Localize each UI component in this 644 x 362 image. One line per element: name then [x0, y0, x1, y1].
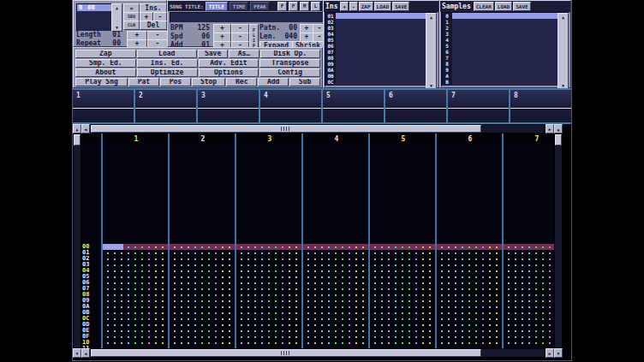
main-button-ins-ed[interactable]: Ins. Ed.: [137, 59, 198, 68]
pattern-channel-header-4[interactable]: 4: [303, 135, 370, 143]
pattern-cell[interactable]: [303, 298, 370, 304]
pattern-cell[interactable]: [437, 286, 504, 292]
instrument-row[interactable]: 05: [325, 37, 437, 43]
pattern-cell[interactable]: [504, 244, 554, 250]
pattern-cell[interactable]: [437, 292, 504, 298]
len-plus-button[interactable]: +: [300, 33, 313, 42]
main-button-disk-op[interactable]: Disk Op.: [260, 50, 321, 58]
pattern-cell[interactable]: [103, 310, 170, 316]
pattern-cell[interactable]: [103, 280, 170, 286]
pattern-cell[interactable]: [303, 286, 370, 292]
main-button-save[interactable]: Save: [198, 50, 228, 58]
scrollbar-thumb[interactable]: [112, 11, 122, 24]
pattern-cell[interactable]: [504, 280, 554, 286]
instrument-row[interactable]: 04: [325, 31, 437, 37]
pattern-cell[interactable]: [437, 310, 504, 316]
pattern-cell[interactable]: [170, 268, 236, 274]
pattern-cell[interactable]: [370, 298, 437, 304]
instrument-row[interactable]: 01: [325, 13, 437, 19]
pattern-row[interactable]: 0B: [81, 310, 554, 316]
pattern-cell[interactable]: [103, 250, 170, 256]
hscroll-thumb[interactable]: [91, 125, 481, 133]
pattern-channel-header[interactable]: 1234567: [81, 134, 554, 145]
pattern-cell[interactable]: [504, 310, 554, 316]
pattern-cell[interactable]: [370, 256, 437, 262]
pattern-cell[interactable]: [103, 340, 170, 346]
main-button-load[interactable]: Load: [137, 50, 198, 58]
pattern-cell[interactable]: [236, 262, 303, 268]
pattern-cell[interactable]: [103, 262, 170, 268]
pattern-cell[interactable]: [236, 244, 303, 250]
pattern-cell[interactable]: [370, 304, 437, 310]
instrument-row[interactable]: 0B: [325, 73, 437, 79]
pattern-cell[interactable]: [170, 292, 236, 298]
pattern-cell[interactable]: [303, 328, 370, 334]
pattern-row[interactable]: 09: [81, 298, 554, 304]
instrument-row[interactable]: 06: [325, 43, 437, 49]
pattern-cell[interactable]: [437, 244, 504, 250]
pattern-cell[interactable]: [504, 250, 554, 256]
pattern-cell[interactable]: [504, 316, 554, 322]
scope-channel-1[interactable]: 1: [73, 90, 135, 122]
instrument-row[interactable]: 0A: [325, 67, 437, 73]
pattern-cell[interactable]: [504, 322, 554, 328]
pattern-cell[interactable]: [303, 310, 370, 316]
pattern-top-scrollbar[interactable]: ▲ ◀ ▶ ▲: [73, 124, 563, 134]
sample-row[interactable]: 6: [442, 49, 569, 55]
pattern-cell[interactable]: [437, 340, 504, 346]
pattern-bottom-scrollbar[interactable]: ▼ ◀ ▶ ▼: [73, 348, 563, 358]
pattern-row[interactable]: 02: [81, 256, 554, 262]
pattern-cell[interactable]: [103, 316, 170, 322]
pattern-row[interactable]: 06: [81, 280, 554, 286]
pattern-cell[interactable]: [303, 340, 370, 346]
instrument-row[interactable]: 07: [325, 49, 437, 55]
pattern-cell[interactable]: [303, 250, 370, 256]
mini-f-button[interactable]: F: [277, 2, 287, 11]
pattern-cell[interactable]: [103, 256, 170, 262]
scrollbar-thumb[interactable]: [555, 134, 562, 145]
song-title-input[interactable]: [170, 12, 325, 23]
main-button-about[interactable]: About: [75, 68, 136, 77]
pattern-cell[interactable]: [370, 334, 437, 340]
main-button-pat[interactable]: Pat: [128, 78, 159, 86]
pattern-row[interactable]: 03: [81, 262, 554, 268]
instrument-row[interactable]: 03: [325, 25, 437, 31]
pattern-cell[interactable]: [103, 292, 170, 298]
scope-channel-3[interactable]: 3: [198, 90, 260, 122]
sample-row[interactable]: 2: [442, 25, 569, 31]
scroll-right-icon[interactable]: ▶: [546, 348, 554, 358]
pattern-row[interactable]: 0D: [81, 322, 554, 328]
sample-save-button[interactable]: SAVE: [513, 2, 530, 11]
pattern-cell[interactable]: [170, 334, 236, 340]
pattern-cell[interactable]: [236, 280, 303, 286]
pattern-row[interactable]: 10: [81, 340, 554, 346]
pattern-row[interactable]: 07: [81, 286, 554, 292]
scroll-down-icon[interactable]: ▼: [112, 24, 122, 31]
scrollbar-thumb[interactable]: [558, 21, 568, 82]
main-button-stop[interactable]: Stop: [192, 78, 225, 86]
pattern-cell[interactable]: [370, 340, 437, 346]
order-list[interactable]: 0 00: [76, 3, 112, 32]
pattern-channel-header-5[interactable]: 5: [370, 135, 437, 143]
scope-channel-5[interactable]: 5: [323, 90, 385, 122]
pattern-row[interactable]: 05: [81, 274, 554, 280]
pattern-cell[interactable]: [103, 274, 170, 280]
sample-row[interactable]: A: [442, 73, 569, 79]
instrument-row[interactable]: 02: [325, 19, 437, 25]
pattern-cell[interactable]: [103, 268, 170, 274]
mini-p-button[interactable]: P: [289, 2, 298, 11]
pattern-cell[interactable]: [437, 262, 504, 268]
pattern-cell[interactable]: [370, 280, 437, 286]
order-delete-button[interactable]: Del: [140, 21, 167, 30]
scroll-up-icon[interactable]: ▲: [112, 4, 122, 11]
pattern-channel-header-1[interactable]: 1: [103, 135, 170, 143]
pattern-cell[interactable]: [236, 316, 303, 322]
pattern-cell[interactable]: [236, 304, 303, 310]
pattern-cell[interactable]: [303, 304, 370, 310]
main-button-zap[interactable]: Zap: [75, 50, 136, 58]
pattern-cell[interactable]: [170, 280, 236, 286]
pattern-cell[interactable]: [370, 292, 437, 298]
mini-m-button[interactable]: M: [300, 2, 309, 11]
sample-row[interactable]: 4: [442, 37, 569, 43]
pattern-cell[interactable]: [103, 298, 170, 304]
